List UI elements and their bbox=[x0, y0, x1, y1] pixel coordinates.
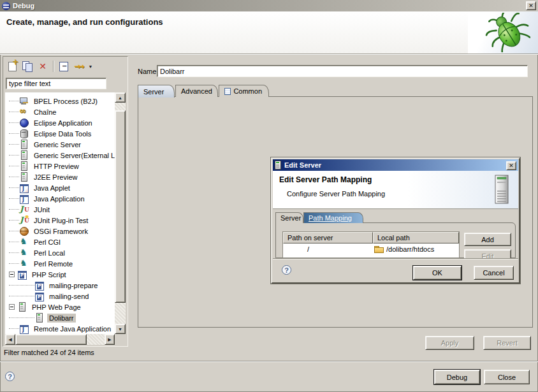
tree-item[interactable]: Eclipse Data Tools bbox=[5, 128, 115, 139]
tree-item[interactable]: BPEL Process (B2J) bbox=[5, 96, 115, 106]
ok-button[interactable]: OK bbox=[413, 266, 462, 280]
tree-item-label: J2EE Preview bbox=[32, 173, 79, 182]
php-icon bbox=[17, 270, 27, 279]
help-icon[interactable]: ? bbox=[5, 372, 15, 381]
tree-item[interactable]: mailing-send bbox=[5, 291, 115, 301]
apply-button[interactable]: Apply bbox=[425, 336, 474, 350]
horizontal-scroll-thumb[interactable] bbox=[15, 334, 87, 345]
tree-item-label: Java Application bbox=[32, 194, 87, 203]
vertical-scroll-thumb[interactable] bbox=[115, 110, 126, 303]
duplicate-configuration-icon[interactable] bbox=[20, 59, 35, 73]
tree-item[interactable]: Eclipse Application bbox=[5, 117, 115, 128]
tree-item[interactable]: Generic Server(External La bbox=[5, 150, 115, 161]
tree-item[interactable]: Perl CGI bbox=[5, 236, 115, 247]
scroll-right-icon[interactable]: ▶ bbox=[105, 334, 115, 345]
tree-item-label: BPEL Process (B2J) bbox=[32, 97, 99, 106]
tree-item[interactable]: Perl Remote bbox=[5, 258, 115, 269]
dialog-tab-server[interactable]: Server bbox=[275, 212, 303, 223]
dialog-banner: Edit Server Path Mapping Configure Serve… bbox=[273, 171, 518, 209]
tree-item[interactable]: Chaîne bbox=[5, 106, 115, 117]
scroll-up-icon[interactable]: ▲ bbox=[115, 92, 126, 103]
page-title: Create, manage, and run configurations bbox=[6, 17, 163, 27]
column-local-path[interactable]: Local path bbox=[373, 232, 459, 243]
server-icon bbox=[19, 140, 29, 149]
filter-status-text: Filter matched 24 of 24 items bbox=[4, 349, 94, 356]
tree-connector bbox=[9, 144, 19, 145]
server-icon bbox=[275, 161, 281, 170]
tree-item[interactable]: OSGi Framework bbox=[5, 226, 115, 236]
table-header-row: Path on server Local path bbox=[283, 232, 459, 243]
window-titlebar[interactable]: Debug ✕ bbox=[0, 0, 538, 11]
debug-button[interactable]: Debug bbox=[434, 370, 480, 384]
java-applet-icon bbox=[19, 183, 29, 192]
collapse-expander-icon[interactable] bbox=[9, 304, 15, 310]
tree-item[interactable]: Generic Server bbox=[5, 139, 115, 150]
add-mapping-button[interactable]: Add bbox=[464, 233, 511, 246]
scroll-down-icon[interactable]: ▼ bbox=[115, 324, 126, 334]
database-icon bbox=[19, 129, 29, 138]
new-configuration-icon[interactable] bbox=[4, 59, 20, 73]
tab-server[interactable]: Server bbox=[138, 85, 175, 98]
tree-item[interactable]: J2EE Preview bbox=[5, 171, 115, 182]
server-path-cell: / bbox=[283, 245, 373, 253]
tree-item-label: Generic Server bbox=[32, 140, 83, 149]
dialog-subheading: Configure Server Path Mapping bbox=[287, 190, 385, 198]
tree-item[interactable]: Dolibarr bbox=[5, 312, 115, 323]
scroll-left-icon[interactable]: ◀ bbox=[5, 334, 15, 345]
collapse-expander-icon[interactable] bbox=[9, 272, 15, 277]
tree-connector bbox=[9, 296, 34, 296]
tree-item[interactable]: PHP Web Page bbox=[5, 301, 115, 312]
dialog-heading: Edit Server Path Mapping bbox=[279, 175, 372, 184]
tree-item-label: HTTP Preview bbox=[32, 162, 81, 171]
delete-configuration-icon[interactable] bbox=[35, 59, 50, 73]
perl-icon bbox=[19, 237, 29, 247]
tree-item[interactable]: Perl Local bbox=[5, 247, 115, 258]
table-icon bbox=[224, 88, 231, 95]
chain-icon bbox=[19, 107, 29, 117]
tree-item[interactable]: JUnit Plug-in Test bbox=[5, 215, 115, 226]
collapse-all-icon[interactable] bbox=[56, 59, 71, 73]
configuration-tree: BPEL Process (B2J)ChaîneEclipse Applicat… bbox=[5, 92, 126, 345]
server-icon bbox=[19, 161, 29, 171]
tree-item[interactable]: PHP Script bbox=[5, 269, 115, 280]
dialog-close-button[interactable]: ✕ bbox=[506, 161, 516, 170]
tree-item[interactable]: mailing-prepare bbox=[5, 280, 115, 291]
cancel-button[interactable]: Cancel bbox=[474, 266, 514, 280]
tree-item[interactable]: HTTP Preview bbox=[5, 161, 115, 171]
tree-connector bbox=[9, 198, 19, 199]
footer-separator bbox=[0, 361, 538, 362]
dialog-tab-path-mapping[interactable]: Path Mapping bbox=[303, 212, 363, 223]
tab-common[interactable]: Common bbox=[219, 85, 269, 97]
tree-connector bbox=[9, 220, 19, 221]
filter-menu-chevron-icon[interactable] bbox=[87, 59, 94, 73]
tree-horizontal-scrollbar[interactable]: ◀ ▶ bbox=[5, 334, 115, 345]
tree-connector bbox=[9, 187, 19, 188]
tree-vertical-scrollbar[interactable]: ▲ ▼ bbox=[115, 92, 126, 334]
tree-item[interactable]: Java Applet bbox=[5, 182, 115, 193]
tree-item-label: PHP Script bbox=[30, 270, 68, 279]
close-button[interactable]: Close bbox=[484, 370, 530, 384]
filter-icon[interactable] bbox=[71, 59, 87, 73]
tree-item[interactable]: Java Application bbox=[5, 193, 115, 204]
column-path-on-server[interactable]: Path on server bbox=[283, 232, 373, 243]
dialog-titlebar[interactable]: Edit Server ✕ bbox=[273, 159, 518, 171]
tree-item[interactable]: JUnit bbox=[5, 204, 115, 215]
window-close-button[interactable]: ✕ bbox=[526, 1, 536, 10]
filter-input[interactable] bbox=[6, 78, 106, 89]
junit-plugin-icon bbox=[19, 215, 29, 225]
path-mapping-row[interactable]: //dolibarr/htdocs bbox=[283, 243, 459, 254]
tree-connector bbox=[9, 133, 19, 134]
tree-item[interactable]: Remote Java Application bbox=[5, 323, 115, 334]
tab-advanced[interactable]: Advanced bbox=[175, 85, 218, 97]
name-input[interactable] bbox=[157, 65, 528, 77]
local-path-cell: /dolibarr/htdocs bbox=[373, 245, 459, 253]
folder-icon bbox=[374, 245, 384, 253]
tree-connector bbox=[9, 155, 19, 156]
edit-server-dialog: Edit Server ✕ Edit Server Path Mapping C… bbox=[271, 157, 520, 284]
perl-icon bbox=[19, 248, 29, 258]
server-icon bbox=[19, 150, 29, 160]
revert-button[interactable]: Revert bbox=[483, 336, 531, 350]
tree-item-label: Generic Server(External La bbox=[32, 151, 115, 160]
dialog-help-icon[interactable]: ? bbox=[282, 265, 291, 275]
tree-connector bbox=[9, 242, 19, 242]
